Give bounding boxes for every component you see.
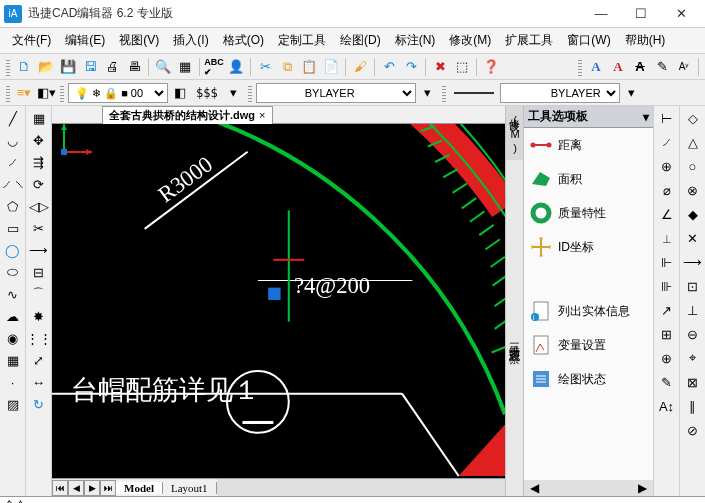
snap-none-icon[interactable]: ⊘ — [683, 420, 703, 440]
layer-icon[interactable]: ≡▾ — [14, 83, 34, 103]
save-icon[interactable]: 💾 — [58, 57, 78, 77]
explorer-icon[interactable]: ◧▾ — [36, 83, 56, 103]
menu-format[interactable]: 格式(O) — [217, 30, 270, 51]
command-line[interactable]: 命令： — [0, 496, 705, 503]
drawing-canvas[interactable]: R3000 ?4@200 台帽配筋详见１ — [52, 124, 505, 478]
snap-node-icon[interactable]: ⊗ — [683, 180, 703, 200]
matchprop-icon[interactable]: 🖌 — [350, 57, 370, 77]
line-icon[interactable]: ╱ — [3, 108, 23, 128]
tab-prev-icon[interactable]: ◀ — [68, 480, 84, 496]
model-tab[interactable]: Model — [116, 482, 163, 494]
palette-item-area[interactable]: 面积 — [524, 162, 653, 196]
table-icon[interactable]: ▦ — [29, 108, 49, 128]
tab-last-icon[interactable]: ⏭ — [100, 480, 116, 496]
text-red-icon[interactable]: A — [608, 57, 628, 77]
menu-custom[interactable]: 定制工具 — [272, 30, 332, 51]
tab-next-icon[interactable]: ▶ — [84, 480, 100, 496]
dim-linear-icon[interactable]: ⊢ — [657, 108, 677, 128]
donut-icon[interactable]: ◉ — [3, 328, 23, 348]
center-mark-icon[interactable]: ⊕ — [657, 348, 677, 368]
print-preview-icon[interactable]: 🖶 — [124, 57, 144, 77]
menu-view[interactable]: 视图(V) — [113, 30, 165, 51]
snap-tan-icon[interactable]: ⊖ — [683, 324, 703, 344]
dropdown-icon[interactable]: ▾ — [418, 83, 438, 103]
copy-icon[interactable]: ⧉ — [277, 57, 297, 77]
text-edit-icon[interactable]: ✎ — [652, 57, 672, 77]
menu-ext[interactable]: 扩展工具 — [499, 30, 559, 51]
dim-base-icon[interactable]: ⊪ — [657, 276, 677, 296]
point-icon[interactable]: · — [3, 372, 23, 392]
rotate-icon[interactable]: ⟳ — [29, 174, 49, 194]
snap-ins-icon[interactable]: ⊡ — [683, 276, 703, 296]
xline-icon[interactable]: ⟋ — [3, 152, 23, 172]
fillet-icon[interactable]: ⌒ — [29, 284, 49, 304]
polyline-icon[interactable]: ⟋⟍ — [3, 174, 23, 194]
extend-icon[interactable]: ⟶ — [29, 240, 49, 260]
dim-diameter-icon[interactable]: ⌀ — [657, 180, 677, 200]
new-icon[interactable]: 🗋 — [14, 57, 34, 77]
audit-icon[interactable]: ▦ — [175, 57, 195, 77]
help-icon[interactable]: ❓ — [481, 57, 501, 77]
dim-style-icon[interactable]: A↕ — [657, 396, 677, 416]
arc-icon[interactable]: ◡ — [3, 130, 23, 150]
palette-tab-inquiry[interactable]: 查询 — [505, 160, 523, 172]
region-icon[interactable]: 👤 — [226, 57, 246, 77]
find-icon[interactable]: 🔍 — [153, 57, 173, 77]
palette-item-idpoint[interactable]: ID坐标 — [524, 230, 653, 264]
break-icon[interactable]: ⊟ — [29, 262, 49, 282]
palette-tab-modify[interactable]: 修改(M) — [505, 106, 523, 160]
erase-icon[interactable]: ✖ — [430, 57, 450, 77]
dropdown-icon[interactable]: ▾ — [622, 83, 642, 103]
snap-quad-icon[interactable]: ◆ — [683, 204, 703, 224]
move-icon[interactable]: ✥ — [29, 130, 49, 150]
menu-file[interactable]: 文件(F) — [6, 30, 57, 51]
palette-item-listent[interactable]: i 列出实体信息 — [524, 294, 653, 328]
revision-cloud-icon[interactable]: ☁ — [3, 306, 23, 326]
snap-near-icon[interactable]: ⌖ — [683, 348, 703, 368]
dim-angular-icon[interactable]: ∠ — [657, 204, 677, 224]
refresh-icon[interactable]: ↻ — [29, 394, 49, 414]
dim-edit-icon[interactable]: ✎ — [657, 372, 677, 392]
palette-menu-icon[interactable]: ▾ — [643, 110, 649, 124]
snap-end-icon[interactable]: ◇ — [683, 108, 703, 128]
text-strike-icon[interactable]: A — [630, 57, 650, 77]
spell-icon[interactable]: ABC✔ — [204, 57, 224, 77]
dim-radius-icon[interactable]: ⊕ — [657, 156, 677, 176]
circle-icon[interactable]: ◯ — [3, 240, 23, 260]
scale-icon[interactable]: ⤢ — [29, 350, 49, 370]
spline-icon[interactable]: ∿ — [3, 284, 23, 304]
toolbar-grip[interactable] — [578, 58, 582, 76]
mirror-icon[interactable]: ◁▷ — [29, 196, 49, 216]
toolbar-grip[interactable] — [248, 84, 252, 102]
ellipse-icon[interactable]: ⬭ — [3, 262, 23, 282]
dim-ord-icon[interactable]: ⟂ — [657, 228, 677, 248]
palette-item-mass[interactable]: 质量特性 — [524, 196, 653, 230]
rectangle-icon[interactable]: ▭ — [3, 218, 23, 238]
menu-draw[interactable]: 绘图(D) — [334, 30, 387, 51]
snap-app-icon[interactable]: ⊠ — [683, 372, 703, 392]
open-icon[interactable]: 📂 — [36, 57, 56, 77]
toolbar-grip[interactable] — [442, 84, 446, 102]
document-tab[interactable]: 全套古典拱桥的结构设计.dwg × — [102, 106, 273, 124]
copyclip-icon[interactable]: 📄 — [321, 57, 341, 77]
palette-scroll-left-icon[interactable]: ◀ — [524, 481, 545, 495]
offset-icon[interactable]: ⇶ — [29, 152, 49, 172]
menu-window[interactable]: 窗口(W) — [561, 30, 616, 51]
toolbar-grip[interactable] — [60, 84, 64, 102]
trim-icon[interactable]: ✂ — [29, 218, 49, 238]
palette-item-distance[interactable]: 距离 — [524, 128, 653, 162]
polygon-icon[interactable]: ⬠ — [3, 196, 23, 216]
snap-mid-icon[interactable]: △ — [683, 132, 703, 152]
cut-icon[interactable]: ✂ — [255, 57, 275, 77]
snap-perp-icon[interactable]: ⊥ — [683, 300, 703, 320]
palette-scroll-right-icon[interactable]: ▶ — [632, 481, 653, 495]
block-icon[interactable]: ▦ — [3, 350, 23, 370]
layer-combo[interactable]: 💡 ❄ 🔒 ■ 00 — [68, 83, 168, 103]
text-blue-icon[interactable]: A — [586, 57, 606, 77]
redo-icon[interactable]: ↷ — [401, 57, 421, 77]
text-Ay-icon[interactable]: Aʸ — [674, 57, 694, 77]
select-icon[interactable]: ⬚ — [452, 57, 472, 77]
print-icon[interactable]: 🖨 — [102, 57, 122, 77]
dim-aligned-icon[interactable]: ⟋ — [657, 132, 677, 152]
snap-cen-icon[interactable]: ○ — [683, 156, 703, 176]
